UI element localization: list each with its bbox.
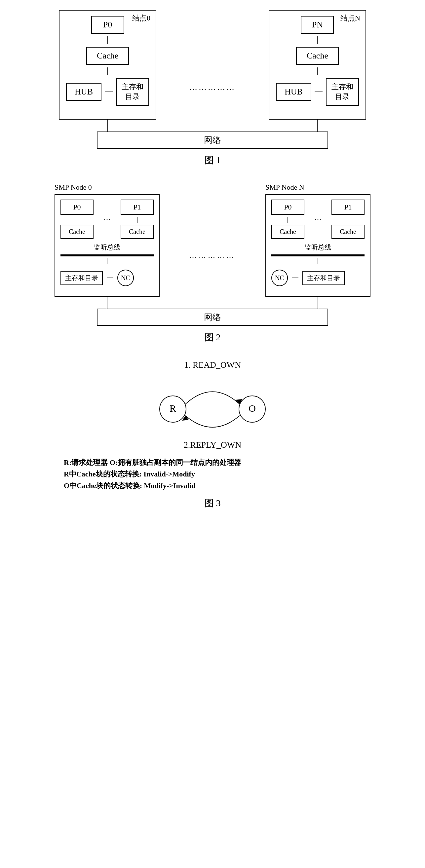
fig1-network-box: 网络 <box>97 131 328 149</box>
fig1-label: 图 1 <box>205 154 221 166</box>
fig2-pN1-box: P1 <box>332 199 365 215</box>
fig1-cacheN-box: Cache <box>296 47 339 65</box>
fig1-memN-box: 主存和目录 <box>326 78 359 106</box>
fig1-node0-box: 结点0 P0 Cache HUB 主存和目录 <box>59 10 156 120</box>
fig1-hub0-box: HUB <box>66 83 101 101</box>
fig2-cacheN1-box: Cache <box>332 225 365 239</box>
fig2-p1-box: P1 <box>121 199 154 215</box>
fig2-pN0-col: P0 Cache <box>271 199 304 239</box>
fig2-memN-box: 主存和目录 <box>302 271 345 285</box>
fig2-nodes-row: SMP Node 0 P0 Cache … P1 Cache <box>55 183 370 309</box>
fig2-p1-col: P1 Cache <box>121 199 154 239</box>
fig1-cacheN-hub-line <box>317 67 317 75</box>
fig1-node0: 结点0 P0 Cache HUB 主存和目录 <box>59 10 156 131</box>
fig2-nodeN-conn <box>317 297 318 309</box>
fig1-hubN-row: HUB 主存和目录 <box>276 78 359 106</box>
figure1: 结点0 P0 Cache HUB 主存和目录 …………… 结点N PN <box>20 10 405 170</box>
fig2-label: 图 2 <box>205 331 221 344</box>
fig2-p0-col: P0 Cache <box>60 199 93 239</box>
fig1-network-row: 网络 <box>20 131 405 149</box>
fig2-network-box: 网络 <box>97 309 328 326</box>
fig1-dots: …………… <box>189 83 236 131</box>
fig1-pN-cache-line <box>317 36 317 44</box>
fig3-desc3: O中Cache块的状态转换: Modify->Invalid <box>64 480 361 491</box>
fig1-hubN-mem-line <box>314 92 323 92</box>
fig3-desc: R:请求处理器 O:拥有脏独占副本的同一结点内的处理器 R中Cache块的状态转… <box>64 457 361 492</box>
fig2-pN0-box: P0 <box>271 199 304 215</box>
fig1-pN-box: PN <box>301 16 334 34</box>
fig1-mem0-box: 主存和目录 <box>116 78 149 106</box>
fig2-ncN-circle: NC <box>271 270 288 286</box>
fig2-busN-line <box>271 254 365 256</box>
fig2-p0-box: P0 <box>60 199 93 215</box>
fig1-cache0-box: Cache <box>86 47 129 65</box>
fig2-node0-box: P0 Cache … P1 Cache 监听总线 <box>55 194 160 297</box>
fig1-p0-box: P0 <box>91 16 124 34</box>
fig2-bus0-section: 监听总线 <box>60 243 154 264</box>
fig2-cache0-box: Cache <box>60 225 93 239</box>
fig2-busN-section: 监听总线 <box>271 243 365 264</box>
fig1-hub-mem-line <box>105 92 113 92</box>
svg-text:R: R <box>170 403 176 414</box>
fig1-node0-label: 结点0 <box>132 13 150 23</box>
fig2-pN1-col: P1 Cache <box>332 199 365 239</box>
fig1-hubN-box: HUB <box>276 83 311 101</box>
fig2-bottom0: 主存和目录 NC <box>60 270 154 286</box>
fig2-node0: SMP Node 0 P0 Cache … P1 Cache <box>55 183 160 309</box>
fig3-reply-own-label: 2.REPLY_OWN <box>184 440 241 450</box>
fig2-procs0: P0 Cache … P1 Cache <box>60 199 154 239</box>
fig2-mid-dots: …………… <box>186 251 239 260</box>
fig2-dots-procsN: … <box>311 213 325 225</box>
fig2-procsN: P0 Cache … P1 Cache <box>271 199 365 239</box>
fig1-nodeN: 结点N PN Cache HUB 主存和目录 <box>269 10 366 131</box>
fig3-label: 图 3 <box>205 497 221 509</box>
fig2-mem0-box: 主存和目录 <box>60 271 103 285</box>
fig2-cacheN0-box: Cache <box>271 225 304 239</box>
fig2-node0-label: SMP Node 0 <box>55 183 92 192</box>
fig2-nodeN-label: SMP Node N <box>265 183 304 192</box>
fig2-nodeN-box: P0 Cache … P1 Cache 监听总线 <box>265 194 370 297</box>
fig1-nodes-row: 结点0 P0 Cache HUB 主存和目录 …………… 结点N PN <box>20 10 405 131</box>
figure3: 1. READ_OWN R O 2.REPLY_OWN R:请求处理器 O:拥有… <box>20 360 405 513</box>
fig2-bus0-line <box>60 254 154 256</box>
fig1-hub-row: HUB 主存和目录 <box>66 78 149 106</box>
fig3-diagram: R O <box>140 373 285 439</box>
fig2-nodeN: SMP Node N P0 Cache … P1 Cache <box>265 183 370 309</box>
fig2-dots-procs: … <box>100 213 114 225</box>
fig2-bus0-label: 监听总线 <box>94 243 120 252</box>
fig1-node0-conn <box>108 120 108 131</box>
fig1-cache-hub-line <box>108 67 108 75</box>
fig3-desc1: R:请求处理器 O:拥有脏独占副本的同一结点内的处理器 <box>64 457 361 468</box>
fig2-busN-label: 监听总线 <box>305 243 331 252</box>
fig2-bottomN: NC 主存和目录 <box>271 270 365 286</box>
fig1-nodeN-conn <box>317 120 317 131</box>
fig2-node0-conn <box>107 297 108 309</box>
fig3-read-own-label: 1. READ_OWN <box>184 360 241 370</box>
fig2-network-row: 网络 <box>20 309 405 326</box>
figure2: SMP Node 0 P0 Cache … P1 Cache <box>20 183 405 347</box>
fig2-cache1-box: Cache <box>121 225 154 239</box>
svg-text:O: O <box>248 403 256 414</box>
fig2-nc0-circle: NC <box>117 270 134 286</box>
fig3-desc2: R中Cache块的状态转换: Invalid->Modify <box>64 468 361 480</box>
fig1-nodeN-label: 结点N <box>340 13 360 23</box>
fig1-nodeN-box: 结点N PN Cache HUB 主存和目录 <box>269 10 366 120</box>
fig1-p0-cache-line <box>108 36 108 44</box>
